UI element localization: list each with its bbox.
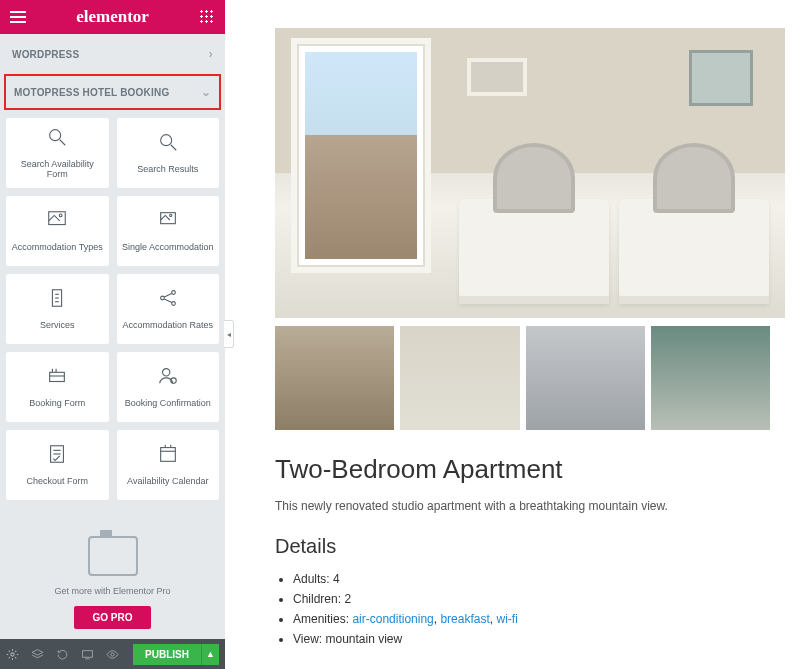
promo-section: Get more with Elementor Pro GO PRO	[0, 508, 225, 639]
detail-item: View: mountain view	[293, 632, 770, 646]
accordion-motopress-hotel-booking[interactable]: MOTOPRESS HOTEL BOOKING ⌄	[4, 74, 221, 110]
gallery-thumbnail[interactable]	[400, 326, 519, 430]
widget-label: Availability Calendar	[123, 477, 212, 487]
page-preview: Two-Bedroom Apartment This newly renovat…	[225, 0, 800, 669]
widget-label: Search Availability Form	[7, 160, 108, 180]
svg-line-16	[164, 299, 171, 303]
accordion-label: WORDPRESS	[12, 49, 79, 60]
preview-icon[interactable]	[106, 648, 119, 661]
chevron-right-icon: ›	[209, 47, 213, 61]
gallery-thumbnails	[275, 326, 770, 430]
svg-point-2	[160, 135, 171, 146]
svg-point-13	[171, 291, 175, 295]
widget-accommodation-rates[interactable]: Accommodation Rates	[117, 274, 220, 344]
responsive-icon[interactable]	[81, 648, 94, 661]
publish-button[interactable]: PUBLISH	[133, 644, 201, 665]
widget-accommodation-types[interactable]: Accommodation Types	[6, 196, 109, 266]
chevron-down-icon: ⌄	[201, 85, 211, 99]
widget-search-availability-form[interactable]: Search Availability Form	[6, 118, 109, 188]
page-title: Two-Bedroom Apartment	[275, 454, 770, 485]
panel-bottom-bar: PUBLISH ▲	[0, 639, 225, 669]
gallery-thumbnail[interactable]	[526, 326, 645, 430]
gallery-thumbnail[interactable]	[275, 326, 394, 430]
form-icon	[46, 365, 68, 391]
history-icon[interactable]	[56, 648, 69, 661]
form-check-icon	[46, 443, 68, 469]
amenity-link[interactable]: wi-fi	[496, 612, 517, 626]
widgets-grid-icon[interactable]	[199, 9, 215, 25]
svg-rect-17	[50, 372, 65, 381]
page-description: This newly renovated studio apartment wi…	[275, 499, 770, 513]
brand-logo: elementor	[26, 7, 199, 27]
navigator-icon[interactable]	[31, 648, 44, 661]
svg-rect-34	[83, 650, 93, 657]
details-heading: Details	[275, 535, 770, 558]
promo-caption: Get more with Elementor Pro	[54, 586, 170, 596]
widget-services[interactable]: Services	[6, 274, 109, 344]
widget-label: Accommodation Types	[8, 243, 107, 253]
svg-point-7	[169, 214, 171, 216]
gallery-thumbnail[interactable]	[651, 326, 770, 430]
svg-rect-26	[160, 448, 175, 462]
elementor-panel: elementor WORDPRESS › MOTOPRESS HOTEL BO…	[0, 0, 225, 669]
svg-point-21	[162, 369, 169, 376]
search-icon	[46, 126, 68, 152]
search-icon	[157, 131, 179, 157]
svg-line-15	[164, 293, 171, 297]
list-icon	[46, 287, 68, 313]
widget-label: Search Results	[133, 165, 202, 175]
publish-button-group: PUBLISH ▲	[133, 644, 219, 665]
promo-illustration	[88, 536, 138, 576]
hero-image	[275, 28, 785, 318]
panel-collapse-handle[interactable]: ◂	[224, 320, 234, 348]
details-list: Adults: 4 Children: 2 Amenities: air-con…	[275, 572, 770, 646]
widget-availability-calendar[interactable]: Availability Calendar	[117, 430, 220, 500]
publish-options-caret[interactable]: ▲	[201, 644, 219, 665]
widget-label: Services	[36, 321, 79, 331]
image-icon	[157, 209, 179, 235]
widget-booking-confirmation[interactable]: Booking Confirmation	[117, 352, 220, 422]
user-check-icon	[157, 365, 179, 391]
svg-point-5	[60, 214, 63, 217]
svg-point-36	[111, 652, 114, 655]
widget-label: Checkout Form	[22, 477, 92, 487]
detail-item: Children: 2	[293, 592, 770, 606]
widget-booking-form[interactable]: Booking Form	[6, 352, 109, 422]
accordion-wordpress[interactable]: WORDPRESS ›	[0, 36, 225, 72]
widget-label: Booking Confirmation	[121, 399, 215, 409]
svg-point-12	[160, 296, 164, 300]
widgets-grid: Search Availability Form Search Results …	[0, 110, 225, 508]
share-icon	[157, 287, 179, 313]
svg-point-0	[50, 130, 61, 141]
widget-label: Booking Form	[25, 399, 89, 409]
widget-label: Single Accommodation	[118, 243, 218, 253]
detail-item: Amenities: air-conditioning, breakfast, …	[293, 612, 770, 626]
go-pro-button[interactable]: GO PRO	[74, 606, 150, 629]
svg-point-14	[171, 302, 175, 306]
widget-label: Accommodation Rates	[118, 321, 217, 331]
panel-header: elementor	[0, 0, 225, 34]
widget-checkout-form[interactable]: Checkout Form	[6, 430, 109, 500]
svg-point-33	[11, 652, 14, 655]
amenity-link[interactable]: breakfast	[440, 612, 489, 626]
calendar-icon	[157, 443, 179, 469]
menu-icon[interactable]	[10, 11, 26, 23]
detail-item: Adults: 4	[293, 572, 770, 586]
widget-single-accommodation[interactable]: Single Accommodation	[117, 196, 220, 266]
amenity-link[interactable]: air-conditioning	[352, 612, 433, 626]
svg-line-3	[171, 145, 177, 151]
widget-search-results[interactable]: Search Results	[117, 118, 220, 188]
gallery-icon	[46, 209, 68, 235]
settings-icon[interactable]	[6, 648, 19, 661]
svg-line-1	[60, 140, 66, 146]
accordion-label: MOTOPRESS HOTEL BOOKING	[14, 87, 169, 98]
